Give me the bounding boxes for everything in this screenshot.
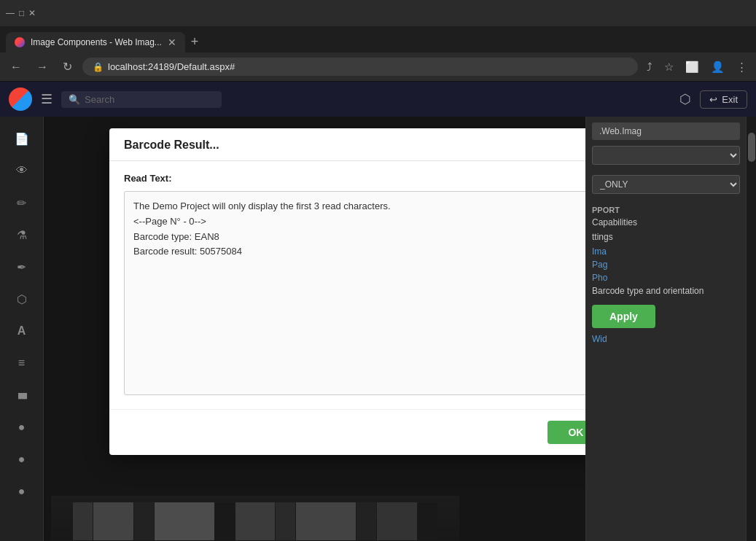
tab-close-icon[interactable]: ✕ (168, 36, 176, 48)
profile-icon[interactable]: 👤 (708, 58, 728, 77)
main-content: ‹ 5057 ‹ 5084 › CC13 Barcode Result... ×… (44, 117, 585, 541)
modal-header: Barcode Result... × (109, 128, 585, 161)
width-link[interactable]: Wid (592, 334, 740, 344)
sidebar: 📄 👁 ✏ ⚗ ✒ ⬡ A ≡ ▮▮▮ ● ● ● (0, 117, 44, 541)
modal-footer: OK Cancel (109, 409, 585, 455)
ok-button[interactable]: OK (547, 421, 585, 444)
search-box[interactable]: 🔍 Search (61, 91, 222, 108)
browser-chrome: — □ ✕ Image Components - Web Imag... ✕ +… (0, 0, 756, 82)
page-link[interactable]: Pag (592, 260, 740, 270)
tab-title: Image Components - Web Imag... (31, 37, 162, 47)
app-container: 📄 👁 ✏ ⚗ ✒ ⬡ A ≡ ▮▮▮ ● ● ● (0, 117, 756, 541)
window-maximize[interactable]: □ (19, 8, 24, 18)
sidebar-item-list[interactable]: ≡ (9, 350, 35, 376)
share-app-icon[interactable]: ⬡ (679, 91, 691, 107)
nav-bar: ← → ↻ 🔒 localhost:24189/Default.aspx# ⤴ … (0, 52, 756, 82)
window-close[interactable]: ✕ (28, 8, 36, 18)
share-icon[interactable]: ⤴ (644, 58, 655, 77)
sidebar-item-circle3[interactable]: ● (9, 478, 35, 505)
new-tab-button[interactable]: + (188, 31, 202, 52)
address-bar[interactable]: 🔒 localhost:24189/Default.aspx# (82, 58, 638, 76)
tab-bar: Image Components - Web Imag... ✕ + (0, 26, 756, 52)
tab-favicon (15, 37, 25, 47)
app-topbar: ☰ 🔍 Search ⬡ ↩ Exit (0, 82, 756, 117)
exit-button[interactable]: ↩ Exit (700, 90, 747, 109)
nav-refresh-button[interactable]: ↻ (58, 57, 77, 77)
exit-icon: ↩ (709, 94, 717, 105)
result-textarea[interactable]: The Demo Project will only display the f… (124, 191, 585, 395)
photo-link[interactable]: Pho (592, 273, 740, 283)
menu-dots-icon[interactable]: ⋮ (733, 58, 750, 77)
sidebar-item-barcode[interactable]: ▮▮▮ (9, 382, 35, 408)
extension-icon[interactable]: ⬜ (682, 58, 702, 77)
modal-body: Read Text: The Demo Project will only di… (109, 161, 585, 409)
sidebar-item-brush[interactable]: ✒ (9, 254, 35, 280)
sidebar-item-edit[interactable]: ✏ (9, 190, 35, 216)
hamburger-menu-icon[interactable]: ☰ (41, 91, 52, 107)
barcode-type-label: Barcode type and orientation (592, 286, 740, 296)
web-image-button[interactable]: .Web.Imag (592, 122, 740, 140)
sidebar-item-filter[interactable]: ⚗ (9, 222, 35, 248)
exit-label: Exit (722, 94, 738, 105)
sidebar-item-shape[interactable]: ⬡ (9, 286, 35, 312)
nav-forward-button[interactable]: → (32, 58, 52, 77)
modal-title: Barcode Result... (124, 139, 219, 152)
app-logo (9, 87, 32, 111)
nav-icons: ⤴ ☆ ⬜ 👤 ⋮ (644, 58, 750, 77)
barcode-result-modal: Barcode Result... × Read Text: The Demo … (109, 128, 585, 455)
image-link[interactable]: Ima (592, 246, 740, 257)
sidebar-item-circle1[interactable]: ● (9, 414, 35, 440)
window-minimize[interactable]: — (6, 8, 15, 18)
read-text-label: Read Text: (124, 173, 585, 184)
sidebar-item-eye[interactable]: 👁 (9, 157, 35, 184)
dropdown1[interactable] (592, 146, 740, 165)
apply-button[interactable]: Apply (592, 305, 655, 328)
sidebar-item-text[interactable]: A (9, 318, 35, 344)
sidebar-item-document[interactable]: 📄 (9, 125, 35, 152)
nav-back-button[interactable]: ← (6, 58, 26, 77)
search-icon: 🔍 (69, 94, 80, 105)
title-bar: — □ ✕ (0, 0, 756, 26)
sidebar-item-circle2[interactable]: ● (9, 446, 35, 472)
settings-label: ttings (592, 232, 740, 242)
bookmark-icon[interactable]: ☆ (661, 58, 677, 77)
address-text: localhost:24189/Default.aspx# (108, 61, 235, 72)
search-placeholder: Search (85, 94, 114, 105)
dropdown2[interactable]: _ONLY (592, 175, 740, 194)
support-label: pport (592, 206, 740, 214)
capabilities-label: Capabilities (592, 217, 740, 227)
active-tab[interactable]: Image Components - Web Imag... ✕ (6, 32, 185, 52)
scrollbar-thumb[interactable] (748, 133, 755, 162)
right-panel: .Web.Imag _ONLY pport Capabilities tting… (585, 117, 746, 541)
scrollbar-track (746, 117, 756, 541)
